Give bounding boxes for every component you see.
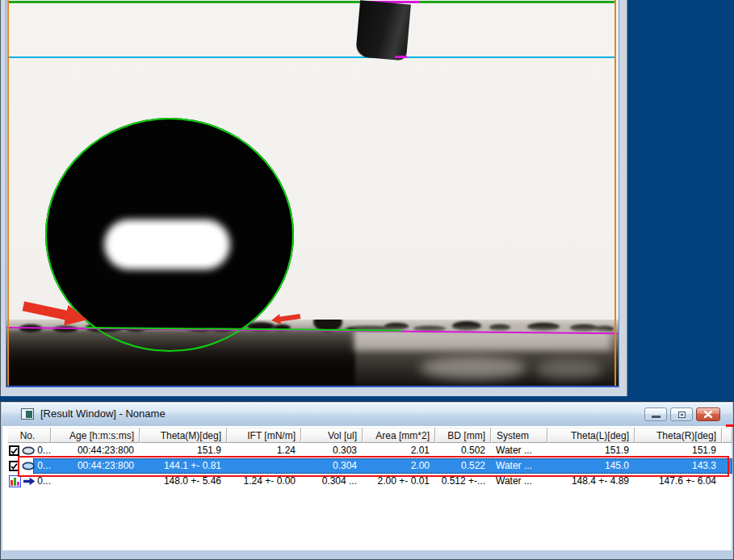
cell-system: Water ...	[491, 474, 547, 489]
cell-theta-l: 151.9	[547, 443, 635, 458]
table-header-row: No. Age [h:m:s:ms] Theta(M)[deg] IFT [mN…	[7, 428, 732, 443]
cell-system: Water ...	[491, 443, 547, 458]
cell-area: 2.00 +- 0.01	[363, 474, 435, 489]
row-no: 0...	[37, 474, 51, 489]
column-header-filler	[722, 428, 732, 443]
cell-bd: 0.522	[435, 458, 491, 474]
cell-theta-m: 148.0 +- 5.46	[140, 474, 227, 489]
top-reference-line	[9, 1, 616, 3]
dosing-needle	[355, 0, 411, 61]
minimize-icon	[652, 416, 661, 418]
left-guide-line	[7, 0, 9, 386]
minimize-button[interactable]	[644, 407, 667, 421]
cell-area: 2.00	[363, 458, 435, 474]
eye-icon	[22, 445, 35, 456]
cell-theta-r: 143.3	[635, 458, 722, 474]
cell-ift: 1.24 +- 0.00	[227, 474, 301, 489]
close-button[interactable]	[696, 407, 720, 421]
camera-view	[6, 0, 619, 387]
cell-vol: 0.304 ...	[301, 474, 363, 489]
cell-theta-r: 147.6 +- 6.04	[635, 474, 722, 489]
table-row-selected[interactable]: 0... 00:44:23:800 144.1 +- 0.81 0.304 2.…	[7, 458, 732, 474]
annotation-red-mark	[726, 424, 733, 427]
column-header-theta-l[interactable]: Theta(L)[deg]	[547, 428, 635, 443]
cell-theta-l: 148.4 +- 4.89	[547, 474, 635, 489]
cell-bd: 0.512 +-...	[435, 474, 491, 489]
result-table-area: No. Age [h:m:s:ms] Theta(M)[deg] IFT [mN…	[2, 426, 732, 550]
result-table: No. Age [h:m:s:ms] Theta(M)[deg] IFT [mN…	[7, 428, 732, 489]
needle-magenta-tick	[395, 56, 407, 58]
column-header-vol[interactable]: Vol [ul]	[301, 428, 363, 443]
right-guide-line	[614, 0, 616, 386]
row-no: 0...	[37, 443, 51, 458]
cell-bd: 0.502	[435, 443, 491, 458]
column-header-area[interactable]: Area [mm*2]	[363, 428, 435, 443]
cell-theta-r: 151.9	[635, 443, 722, 458]
restore-icon	[678, 412, 686, 418]
cell-age: 00:44:23:800	[51, 458, 140, 474]
table-row-statistics[interactable]: 0... 148.0 +- 5.46 1.24 +- 0.00 0.304 ..…	[7, 474, 732, 489]
cell-vol: 0.304	[301, 458, 363, 474]
column-header-bd[interactable]: BD [mm]	[435, 428, 491, 443]
cell-ift	[227, 458, 301, 474]
cell-theta-m: 144.1 +- 0.81	[140, 458, 227, 474]
column-header-system[interactable]: System	[491, 428, 547, 443]
result-window-icon	[21, 408, 34, 420]
close-icon	[704, 411, 712, 418]
cell-theta-l: 145.0	[547, 458, 635, 474]
row-checkbox-checked[interactable]	[9, 461, 19, 471]
cell-age	[51, 474, 140, 489]
restore-button[interactable]	[670, 407, 693, 421]
cell-ift: 1.24	[227, 443, 301, 458]
image-window	[0, 0, 627, 396]
result-window-titlebar[interactable]: [Result Window] - Noname	[2, 403, 732, 426]
column-header-no[interactable]: No.	[7, 428, 51, 443]
row-no: 0...	[37, 458, 51, 474]
cell-age: 00:44:23:800	[51, 443, 140, 458]
cell-vol: 0.303	[301, 443, 363, 458]
cell-theta-m: 151.9	[140, 443, 227, 458]
arrow-right-icon	[23, 477, 35, 486]
table-row[interactable]: 0... 00:44:23:800 151.9 1.24 0.303 2.01 …	[7, 443, 732, 458]
column-header-theta-m[interactable]: Theta(M)[deg]	[140, 428, 227, 443]
result-window-title: [Result Window] - Noname	[40, 407, 166, 420]
cell-area: 2.01	[363, 443, 435, 458]
needle-reference-line	[9, 56, 614, 58]
eye-icon	[22, 461, 35, 471]
cell-system: Water ...	[491, 458, 547, 474]
column-header-theta-r[interactable]: Theta(R)[deg]	[635, 428, 722, 443]
row-checkbox-checked[interactable]	[9, 445, 19, 456]
column-header-age[interactable]: Age [h:m:s:ms]	[51, 428, 140, 443]
result-window: [Result Window] - Noname No. Age [h:m:s:…	[0, 401, 734, 560]
statistics-chart-icon	[9, 475, 21, 487]
column-header-ift[interactable]: IFT [mN/m]	[227, 428, 301, 443]
